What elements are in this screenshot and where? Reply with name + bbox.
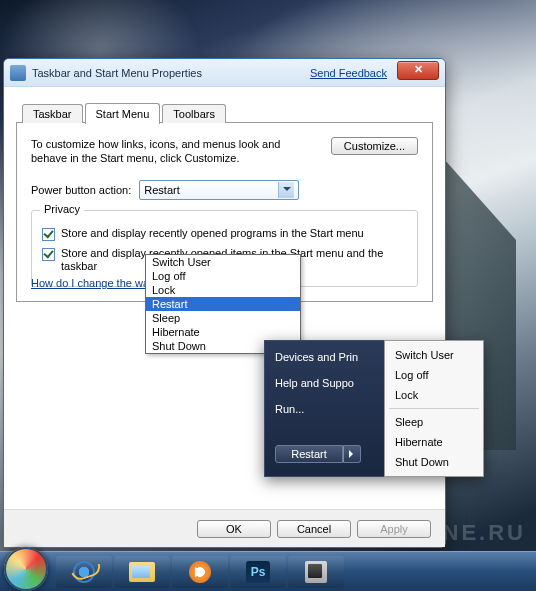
taskbar-photoshop[interactable]: Ps bbox=[230, 556, 286, 588]
privacy-check-programs[interactable]: Store and display recently opened progra… bbox=[42, 227, 407, 241]
send-feedback-link[interactable]: Send Feedback bbox=[310, 67, 387, 79]
close-button[interactable]: ✕ bbox=[397, 61, 439, 80]
power-button-action-label: Power button action: bbox=[31, 184, 131, 196]
taskbar-media-player[interactable] bbox=[172, 556, 228, 588]
window-title: Taskbar and Start Menu Properties bbox=[32, 67, 310, 79]
start-menu-power-popup: Devices and Prin Help and Suppo Run... R… bbox=[264, 340, 484, 477]
ie-icon bbox=[73, 561, 95, 583]
customize-button[interactable]: Customize... bbox=[331, 137, 418, 155]
explorer-icon bbox=[129, 562, 155, 582]
start-button[interactable] bbox=[4, 547, 48, 591]
option-sleep[interactable]: Sleep bbox=[146, 311, 300, 325]
taskbar-server-manager[interactable] bbox=[288, 556, 344, 588]
checkbox-icon bbox=[42, 228, 55, 241]
submenu-lock[interactable]: Lock bbox=[385, 385, 483, 405]
taskbar-ie[interactable] bbox=[56, 556, 112, 588]
taskbar: Ps bbox=[0, 551, 536, 591]
power-options-dropdown: Switch User Log off Lock Restart Sleep H… bbox=[145, 254, 301, 354]
ok-button[interactable]: OK bbox=[197, 520, 271, 538]
power-button-arrow[interactable] bbox=[343, 445, 361, 463]
option-restart[interactable]: Restart bbox=[146, 297, 300, 311]
checkbox-label: Store and display recently opened progra… bbox=[61, 227, 364, 241]
submenu-log-off[interactable]: Log off bbox=[385, 365, 483, 385]
combo-value: Restart bbox=[144, 184, 278, 196]
privacy-legend: Privacy bbox=[40, 203, 84, 215]
power-button-main[interactable]: Restart bbox=[275, 445, 343, 463]
submenu-sleep[interactable]: Sleep bbox=[385, 412, 483, 432]
start-menu-right-panel: Devices and Prin Help and Suppo Run... R… bbox=[264, 340, 384, 477]
tabstrip: Taskbar Start Menu Toolbars bbox=[16, 101, 433, 123]
photoshop-icon: Ps bbox=[246, 561, 270, 583]
start-item-devices[interactable]: Devices and Prin bbox=[275, 351, 376, 363]
taskbar-explorer[interactable] bbox=[114, 556, 170, 588]
tab-toolbars[interactable]: Toolbars bbox=[162, 104, 226, 123]
checkbox-icon bbox=[42, 248, 55, 261]
option-switch-user[interactable]: Switch User bbox=[146, 255, 300, 269]
submenu-shut-down[interactable]: Shut Down bbox=[385, 452, 483, 472]
tab-taskbar[interactable]: Taskbar bbox=[22, 104, 83, 123]
description-text: To customize how links, icons, and menus… bbox=[31, 137, 319, 166]
option-log-off[interactable]: Log off bbox=[146, 269, 300, 283]
tab-start-menu[interactable]: Start Menu bbox=[85, 103, 161, 124]
option-hibernate[interactable]: Hibernate bbox=[146, 325, 300, 339]
power-submenu: Switch User Log off Lock Sleep Hibernate… bbox=[384, 340, 484, 477]
cancel-button[interactable]: Cancel bbox=[277, 520, 351, 538]
media-player-icon bbox=[189, 561, 211, 583]
start-item-run[interactable]: Run... bbox=[275, 403, 376, 415]
submenu-hibernate[interactable]: Hibernate bbox=[385, 432, 483, 452]
option-lock[interactable]: Lock bbox=[146, 283, 300, 297]
window-icon bbox=[10, 65, 26, 81]
start-item-help[interactable]: Help and Suppo bbox=[275, 377, 376, 389]
dialog-footer: OK Cancel Apply bbox=[4, 509, 445, 547]
titlebar: Taskbar and Start Menu Properties Send F… bbox=[4, 59, 445, 87]
submenu-switch-user[interactable]: Switch User bbox=[385, 345, 483, 365]
power-button-action-combo[interactable]: Restart bbox=[139, 180, 299, 200]
server-icon bbox=[305, 561, 327, 583]
menu-separator bbox=[389, 408, 479, 409]
chevron-down-icon bbox=[278, 182, 294, 198]
apply-button[interactable]: Apply bbox=[357, 520, 431, 538]
